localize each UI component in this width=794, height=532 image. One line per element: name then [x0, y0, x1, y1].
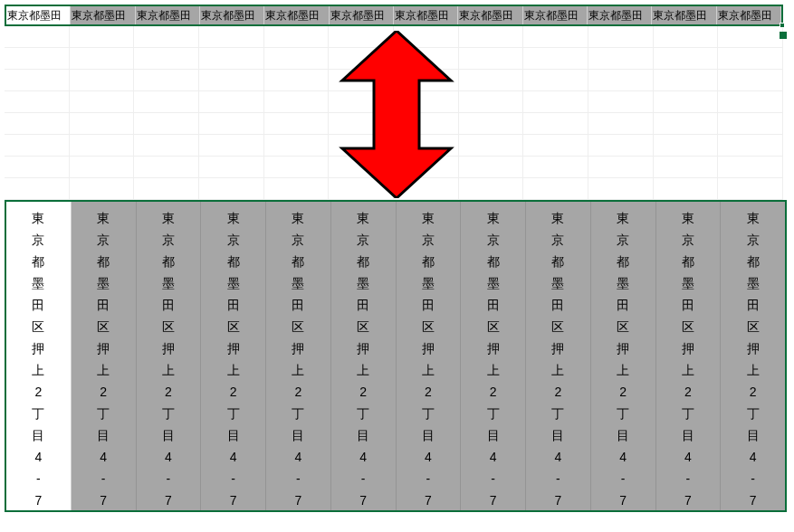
selection-fill-handle[interactable] — [780, 23, 785, 28]
empty-cell[interactable] — [5, 26, 70, 48]
empty-cell[interactable] — [718, 113, 783, 135]
empty-cell[interactable] — [588, 135, 654, 157]
empty-cell[interactable] — [654, 135, 719, 157]
empty-cell[interactable] — [264, 135, 330, 157]
empty-cell[interactable] — [134, 70, 199, 91]
top-cell[interactable]: 東京都墨田 — [523, 6, 588, 24]
empty-cell[interactable] — [718, 48, 783, 70]
empty-cell[interactable] — [199, 135, 264, 157]
empty-cell[interactable] — [459, 48, 524, 70]
empty-cell[interactable] — [523, 91, 588, 113]
top-cell[interactable]: 東京都墨田 — [652, 6, 716, 24]
vertical-text-cell[interactable]: 東京都墨田区押上2丁目4-7 — [526, 202, 591, 510]
empty-cell[interactable] — [394, 113, 459, 135]
empty-cell[interactable] — [394, 26, 459, 48]
empty-cell[interactable] — [199, 91, 264, 113]
empty-cell[interactable] — [264, 91, 330, 113]
vertical-text-cell[interactable]: 東京都墨田区押上2丁目4-7 — [266, 202, 331, 510]
vertical-text-cell[interactable]: 東京都墨田区押上2丁目4-7 — [397, 202, 462, 510]
empty-cell[interactable] — [199, 178, 264, 200]
empty-cell[interactable] — [5, 157, 70, 178]
vertical-text-cell[interactable]: 東京都墨田区押上2丁目4-7 — [461, 202, 526, 510]
empty-cell[interactable] — [134, 48, 199, 70]
empty-cell[interactable] — [588, 26, 654, 48]
empty-cell[interactable] — [329, 70, 394, 91]
empty-cell[interactable] — [199, 113, 264, 135]
empty-cell[interactable] — [718, 70, 783, 91]
empty-cell[interactable] — [718, 135, 783, 157]
top-cell[interactable]: 東京都墨田 — [717, 6, 781, 24]
empty-cell[interactable] — [134, 157, 199, 178]
empty-cell[interactable] — [264, 157, 330, 178]
empty-cell[interactable] — [654, 113, 719, 135]
empty-cell[interactable] — [134, 178, 199, 200]
vertical-text-cell[interactable]: 東京都墨田区押上2丁目4-7 — [201, 202, 266, 510]
empty-cell[interactable] — [588, 178, 654, 200]
top-cell[interactable]: 東京都墨田 — [6, 6, 71, 24]
empty-cell[interactable] — [654, 70, 719, 91]
vertical-text-cell[interactable]: 東京都墨田区押上2丁目4-7 — [6, 202, 72, 510]
empty-cell[interactable] — [329, 91, 394, 113]
empty-cell[interactable] — [134, 91, 199, 113]
empty-cell[interactable] — [264, 178, 330, 200]
empty-cell[interactable] — [70, 135, 135, 157]
empty-cell[interactable] — [523, 113, 588, 135]
vertical-text-cell[interactable]: 東京都墨田区押上2丁目4-7 — [331, 202, 397, 510]
empty-cell[interactable] — [718, 178, 783, 200]
top-cell[interactable]: 東京都墨田 — [394, 6, 458, 24]
empty-cell[interactable] — [459, 113, 524, 135]
empty-cell[interactable] — [654, 48, 719, 70]
empty-cell[interactable] — [523, 26, 588, 48]
empty-cell[interactable] — [394, 48, 459, 70]
empty-cell[interactable] — [394, 157, 459, 178]
empty-cell[interactable] — [329, 113, 394, 135]
empty-cell[interactable] — [264, 113, 330, 135]
empty-cell[interactable] — [459, 70, 524, 91]
top-cell[interactable]: 東京都墨田 — [588, 6, 652, 24]
empty-cell[interactable] — [70, 157, 135, 178]
empty-cell[interactable] — [70, 178, 135, 200]
empty-cell[interactable] — [523, 48, 588, 70]
empty-cell[interactable] — [199, 48, 264, 70]
empty-cell[interactable] — [654, 26, 719, 48]
empty-cell[interactable] — [134, 135, 199, 157]
empty-cell[interactable] — [199, 70, 264, 91]
empty-cell[interactable] — [523, 157, 588, 178]
empty-cell[interactable] — [588, 157, 654, 178]
top-cell[interactable]: 東京都墨田 — [458, 6, 522, 24]
empty-cell[interactable] — [394, 70, 459, 91]
top-cell[interactable]: 東京都墨田 — [264, 6, 329, 24]
empty-cell[interactable] — [588, 70, 654, 91]
empty-cell[interactable] — [264, 48, 330, 70]
empty-cell[interactable] — [588, 113, 654, 135]
empty-cell[interactable] — [5, 135, 70, 157]
empty-cell[interactable] — [5, 178, 70, 200]
empty-cell[interactable] — [134, 113, 199, 135]
empty-cell[interactable] — [329, 26, 394, 48]
empty-cell[interactable] — [718, 91, 783, 113]
vertical-text-cell[interactable]: 東京都墨田区押上2丁目4-7 — [72, 202, 137, 510]
empty-cell[interactable] — [718, 157, 783, 178]
top-cell[interactable]: 東京都墨田 — [330, 6, 394, 24]
empty-cell[interactable] — [5, 48, 70, 70]
top-cell[interactable]: 東京都墨田 — [136, 6, 200, 24]
empty-cell[interactable] — [199, 157, 264, 178]
top-right-handle[interactable] — [780, 32, 787, 39]
empty-cell[interactable] — [5, 91, 70, 113]
empty-cell[interactable] — [70, 26, 135, 48]
empty-cell[interactable] — [329, 135, 394, 157]
empty-cell[interactable] — [459, 157, 524, 178]
empty-cell[interactable] — [523, 178, 588, 200]
empty-cell[interactable] — [264, 70, 330, 91]
empty-cell[interactable] — [394, 178, 459, 200]
empty-cell[interactable] — [5, 70, 70, 91]
vertical-text-cell[interactable]: 東京都墨田区押上2丁目4-7 — [656, 202, 722, 510]
empty-cell[interactable] — [70, 48, 135, 70]
empty-cell[interactable] — [134, 26, 199, 48]
empty-cell[interactable] — [459, 135, 524, 157]
empty-cell[interactable] — [329, 48, 394, 70]
empty-cell[interactable] — [70, 91, 135, 113]
empty-cell[interactable] — [523, 70, 588, 91]
vertical-text-cell[interactable]: 東京都墨田区押上2丁目4-7 — [137, 202, 202, 510]
empty-cell[interactable] — [329, 178, 394, 200]
